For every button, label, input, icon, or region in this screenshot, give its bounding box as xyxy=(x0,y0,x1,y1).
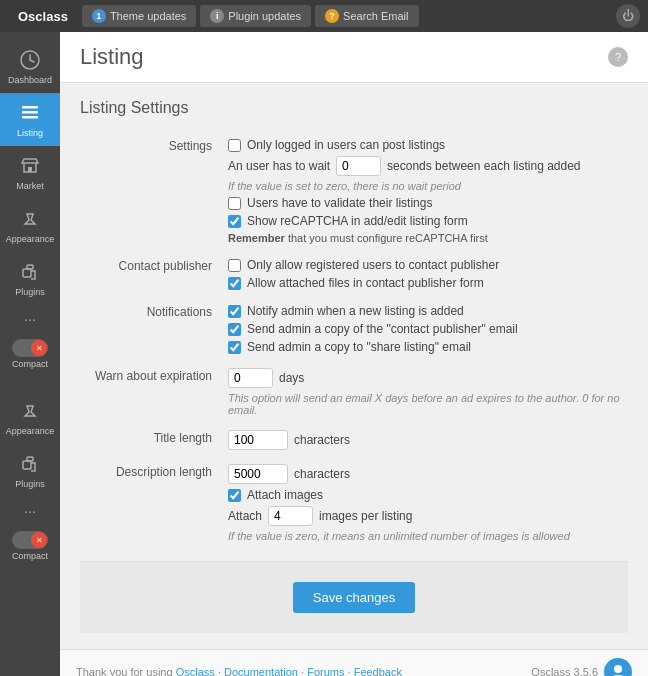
footer-forums-link[interactable]: Forums xyxy=(307,666,344,676)
sidebar-item-listing[interactable]: Listing xyxy=(0,93,60,146)
help-icon[interactable]: ? xyxy=(608,47,628,67)
title-length-input[interactable] xyxy=(228,430,288,450)
warn-expiration-row: Warn about expiration days This option w… xyxy=(80,363,628,425)
compact-toggle[interactable]: ✕ Compact xyxy=(0,333,60,375)
search-email-tab[interactable]: ? Search Email xyxy=(315,5,418,27)
footer-osclass-link[interactable]: Osclass xyxy=(176,666,215,676)
main-content: Listing ? Listing Settings Settings Only… xyxy=(60,32,648,676)
attach-images-checkbox[interactable] xyxy=(228,489,241,502)
svg-point-9 xyxy=(614,665,622,673)
warn-expiration-label: Warn about expiration xyxy=(80,363,220,425)
allow-attached-row: Allow attached files in contact publishe… xyxy=(228,276,620,290)
appearance-label: Appearance xyxy=(6,234,55,244)
sidebar-item-plugins2[interactable]: Plugins xyxy=(0,444,60,497)
attach-note: If the value is zero, it means an unlimi… xyxy=(228,530,620,542)
dashboard-icon xyxy=(18,48,42,72)
only-logged-checkbox[interactable] xyxy=(228,139,241,152)
plugin-updates-tab[interactable]: i Plugin updates xyxy=(200,5,311,27)
contact-publisher-label: Contact publisher xyxy=(80,253,220,299)
recaptcha-checkbox[interactable] xyxy=(228,215,241,228)
save-section: Save changes xyxy=(80,561,628,633)
wait-input[interactable] xyxy=(336,156,381,176)
desc-length-input[interactable] xyxy=(228,464,288,484)
power-button[interactable]: ⏻ xyxy=(616,4,640,28)
desc-length-input-row: characters xyxy=(228,464,620,484)
warn-note: This option will send an email X days be… xyxy=(228,392,620,416)
footer-thankyou: Thank you for using xyxy=(76,666,173,676)
compact-toggle-knob: ✕ xyxy=(31,340,47,356)
contact-publisher-row: Contact publisher Only allow registered … xyxy=(80,253,628,299)
send-copy-share-label: Send admin a copy to "share listing" ema… xyxy=(247,340,471,354)
listing-icon xyxy=(18,101,42,125)
recaptcha-note-rest: that you must configure reCAPTCHA first xyxy=(285,232,488,244)
title-length-input-row: characters xyxy=(228,430,620,450)
send-copy-contact-checkbox[interactable] xyxy=(228,323,241,336)
svg-rect-3 xyxy=(22,116,38,119)
compact2-toggle-pill: ✕ xyxy=(12,531,48,549)
allow-attached-checkbox[interactable] xyxy=(228,277,241,290)
appearance2-label: Appearance xyxy=(6,426,55,436)
plugin-updates-label: Plugin updates xyxy=(228,10,301,22)
notify-admin-checkbox[interactable] xyxy=(228,305,241,318)
theme-updates-label: Theme updates xyxy=(110,10,186,22)
settings-table: Settings Only logged in users can post l… xyxy=(80,133,628,551)
theme-updates-tab[interactable]: 1 Theme updates xyxy=(82,5,196,27)
warn-expiration-fields: days This option will send an email X da… xyxy=(220,363,628,425)
footer-feedback-link[interactable]: Feedback xyxy=(354,666,402,676)
wait-prefix: An user has to wait xyxy=(228,159,330,173)
only-registered-row: Only allow registered users to contact p… xyxy=(228,258,620,272)
attach-suffix: images per listing xyxy=(319,509,412,523)
svg-rect-1 xyxy=(22,106,38,109)
dashboard-label: Dashboard xyxy=(8,75,52,85)
notifications-fields: Notify admin when a new listing is added… xyxy=(220,299,628,363)
plugin-updates-icon: i xyxy=(210,9,224,23)
attach-value-input[interactable] xyxy=(268,506,313,526)
warn-days-input[interactable] xyxy=(228,368,273,388)
show-more-dots[interactable]: ··· xyxy=(24,305,36,333)
title-length-label: Title length xyxy=(80,425,220,459)
allow-attached-label: Allow attached files in contact publishe… xyxy=(247,276,484,290)
sidebar-item-dashboard[interactable]: Dashboard xyxy=(0,40,60,93)
listing-label: Listing xyxy=(17,128,43,138)
sidebar-item-plugins[interactable]: Plugins xyxy=(0,252,60,305)
title-length-row: Title length characters xyxy=(80,425,628,459)
appearance2-icon xyxy=(18,399,42,423)
sidebar: Dashboard Listing Market xyxy=(0,32,60,676)
compact-toggle-pill: ✕ xyxy=(12,339,48,357)
show-more2-dots[interactable]: ··· xyxy=(24,497,36,525)
search-email-label: Search Email xyxy=(343,10,408,22)
validate-checkbox[interactable] xyxy=(228,197,241,210)
footer-documentation-link[interactable]: Documentation xyxy=(224,666,298,676)
only-logged-row: Only logged in users can post listings xyxy=(228,138,620,152)
topbar: Osclass 1 Theme updates i Plugin updates… xyxy=(0,0,648,32)
send-copy-share-checkbox[interactable] xyxy=(228,341,241,354)
desc-length-suffix: characters xyxy=(294,467,350,481)
sidebar-item-appearance[interactable]: Appearance xyxy=(0,199,60,252)
wait-suffix: seconds between each listing added xyxy=(387,159,580,173)
footer-version: Osclass 3.5.6 xyxy=(531,666,598,676)
save-button[interactable]: Save changes xyxy=(293,582,415,613)
market-icon xyxy=(18,154,42,178)
notifications-label: Notifications xyxy=(80,299,220,363)
appearance-icon xyxy=(18,207,42,231)
recaptcha-note-bold: Remember xyxy=(228,232,285,244)
svg-rect-5 xyxy=(23,269,31,277)
plugins2-icon xyxy=(18,452,42,476)
sidebar-item-appearance2[interactable]: Appearance xyxy=(0,391,60,444)
recaptcha-row: Show reCAPTCHA in add/edit listing form xyxy=(228,214,620,228)
notify-admin-row: Notify admin when a new listing is added xyxy=(228,304,620,318)
svg-rect-7 xyxy=(23,461,31,469)
svg-rect-8 xyxy=(27,457,33,461)
compact2-toggle[interactable]: ✕ Compact xyxy=(0,525,60,567)
recaptcha-label: Show reCAPTCHA in add/edit listing form xyxy=(247,214,468,228)
footer-avatar xyxy=(604,658,632,676)
svg-rect-2 xyxy=(22,111,38,114)
only-registered-checkbox[interactable] xyxy=(228,259,241,272)
wait-row: An user has to wait seconds between each… xyxy=(228,156,620,176)
settings-row: Settings Only logged in users can post l… xyxy=(80,133,628,253)
section-title: Listing Settings xyxy=(80,99,628,117)
sidebar-item-market[interactable]: Market xyxy=(0,146,60,199)
compact-toggle-label: Compact xyxy=(12,359,48,369)
desc-length-row: Description length characters Attach ima… xyxy=(80,459,628,551)
validate-row: Users have to validate their listings xyxy=(228,196,620,210)
